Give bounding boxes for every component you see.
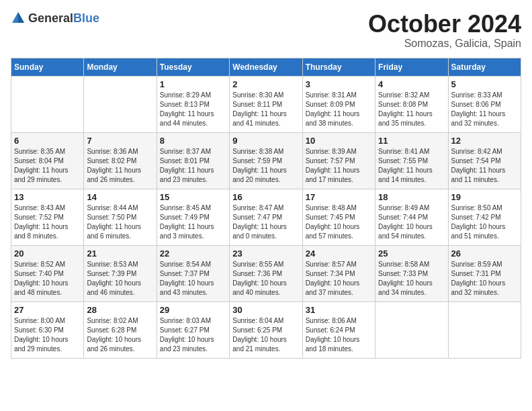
day-number: 11 xyxy=(378,136,445,146)
day-info: Sunrise: 8:45 AMSunset: 7:49 PMDaylight:… xyxy=(160,203,226,241)
day-number: 25 xyxy=(378,248,445,259)
day-number: 16 xyxy=(232,192,299,202)
day-info: Sunrise: 8:55 AMSunset: 7:36 PMDaylight:… xyxy=(232,260,299,298)
day-number: 23 xyxy=(232,248,299,259)
header-wednesday: Wednesday xyxy=(230,58,302,76)
calendar-cell: 4Sunrise: 8:32 AMSunset: 8:08 PMDaylight… xyxy=(375,76,448,132)
logo-text-blue: Blue xyxy=(73,11,99,25)
calendar-cell: 29Sunrise: 8:03 AMSunset: 6:27 PMDayligh… xyxy=(157,302,229,358)
day-number: 21 xyxy=(87,248,153,259)
calendar-cell: 5Sunrise: 8:33 AMSunset: 8:06 PMDaylight… xyxy=(448,76,521,132)
calendar-cell: 6Sunrise: 8:35 AMSunset: 8:04 PMDaylight… xyxy=(11,132,84,189)
day-info: Sunrise: 8:33 AMSunset: 8:06 PMDaylight:… xyxy=(451,91,518,128)
calendar-cell: 19Sunrise: 8:50 AMSunset: 7:42 PMDayligh… xyxy=(448,189,521,245)
header-tuesday: Tuesday xyxy=(157,58,229,76)
calendar-cell: 13Sunrise: 8:43 AMSunset: 7:52 PMDayligh… xyxy=(11,189,84,245)
day-number: 2 xyxy=(232,79,299,89)
calendar-cell: 21Sunrise: 8:53 AMSunset: 7:39 PMDayligh… xyxy=(84,245,157,302)
day-info: Sunrise: 8:37 AMSunset: 8:01 PMDaylight:… xyxy=(160,147,226,185)
header-sunday: Sunday xyxy=(11,58,84,76)
calendar-cell: 30Sunrise: 8:04 AMSunset: 6:25 PMDayligh… xyxy=(230,302,302,358)
day-info: Sunrise: 8:35 AMSunset: 8:04 PMDaylight:… xyxy=(14,147,81,185)
day-info: Sunrise: 8:54 AMSunset: 7:37 PMDaylight:… xyxy=(160,260,226,298)
calendar-cell: 8Sunrise: 8:37 AMSunset: 8:01 PMDaylight… xyxy=(157,132,229,189)
day-info: Sunrise: 8:53 AMSunset: 7:39 PMDaylight:… xyxy=(87,260,153,298)
day-info: Sunrise: 8:43 AMSunset: 7:52 PMDaylight:… xyxy=(14,203,81,241)
day-info: Sunrise: 8:36 AMSunset: 8:02 PMDaylight:… xyxy=(87,147,153,185)
calendar-cell: 20Sunrise: 8:52 AMSunset: 7:40 PMDayligh… xyxy=(11,245,84,302)
calendar-cell: 10Sunrise: 8:39 AMSunset: 7:57 PMDayligh… xyxy=(302,132,375,189)
day-number: 29 xyxy=(160,305,226,315)
day-number: 4 xyxy=(378,79,445,89)
day-info: Sunrise: 8:32 AMSunset: 8:08 PMDaylight:… xyxy=(378,91,445,128)
calendar-cell: 24Sunrise: 8:57 AMSunset: 7:34 PMDayligh… xyxy=(302,245,375,302)
day-info: Sunrise: 8:59 AMSunset: 7:31 PMDaylight:… xyxy=(451,260,518,298)
logo-text-general: General xyxy=(28,11,73,25)
day-number: 7 xyxy=(87,136,153,146)
calendar-header-row: SundayMondayTuesdayWednesdayThursdayFrid… xyxy=(11,58,521,76)
day-info: Sunrise: 8:52 AMSunset: 7:40 PMDaylight:… xyxy=(14,260,81,298)
day-number: 26 xyxy=(451,248,518,259)
calendar-cell: 9Sunrise: 8:38 AMSunset: 7:59 PMDaylight… xyxy=(230,132,302,189)
day-number: 18 xyxy=(378,192,445,202)
header-monday: Monday xyxy=(84,58,157,76)
day-number: 14 xyxy=(87,192,153,202)
calendar-cell xyxy=(11,76,84,132)
calendar-week-row: 13Sunrise: 8:43 AMSunset: 7:52 PMDayligh… xyxy=(11,189,521,245)
header-saturday: Saturday xyxy=(448,58,521,76)
day-number: 27 xyxy=(14,305,81,315)
day-info: Sunrise: 8:50 AMSunset: 7:42 PMDaylight:… xyxy=(451,203,518,241)
calendar-cell: 1Sunrise: 8:29 AMSunset: 8:13 PMDaylight… xyxy=(157,76,229,132)
page-header: GeneralBlue October 2024 Somozas, Galici… xyxy=(11,11,521,50)
calendar-week-row: 20Sunrise: 8:52 AMSunset: 7:40 PMDayligh… xyxy=(11,245,521,302)
svg-marker-1 xyxy=(18,12,24,23)
day-info: Sunrise: 8:47 AMSunset: 7:47 PMDaylight:… xyxy=(232,203,299,241)
day-number: 10 xyxy=(306,136,372,146)
day-info: Sunrise: 8:30 AMSunset: 8:11 PMDaylight:… xyxy=(232,91,299,128)
calendar-cell: 18Sunrise: 8:49 AMSunset: 7:44 PMDayligh… xyxy=(375,189,448,245)
day-number: 20 xyxy=(14,248,81,259)
day-number: 9 xyxy=(232,136,299,146)
calendar-cell: 26Sunrise: 8:59 AMSunset: 7:31 PMDayligh… xyxy=(448,245,521,302)
day-info: Sunrise: 8:49 AMSunset: 7:44 PMDaylight:… xyxy=(378,203,445,241)
calendar-cell: 23Sunrise: 8:55 AMSunset: 7:36 PMDayligh… xyxy=(230,245,302,302)
day-info: Sunrise: 8:38 AMSunset: 7:59 PMDaylight:… xyxy=(232,147,299,185)
calendar-cell: 3Sunrise: 8:31 AMSunset: 8:09 PMDaylight… xyxy=(302,76,375,132)
calendar-week-row: 27Sunrise: 8:00 AMSunset: 6:30 PMDayligh… xyxy=(11,302,521,358)
logo: GeneralBlue xyxy=(11,11,99,26)
calendar-cell: 12Sunrise: 8:42 AMSunset: 7:54 PMDayligh… xyxy=(448,132,521,189)
day-number: 28 xyxy=(87,305,153,315)
calendar-cell: 22Sunrise: 8:54 AMSunset: 7:37 PMDayligh… xyxy=(157,245,229,302)
day-info: Sunrise: 8:31 AMSunset: 8:09 PMDaylight:… xyxy=(306,91,372,128)
month-title: October 2024 xyxy=(368,11,521,38)
calendar-cell: 16Sunrise: 8:47 AMSunset: 7:47 PMDayligh… xyxy=(230,189,302,245)
day-info: Sunrise: 8:00 AMSunset: 6:30 PMDaylight:… xyxy=(14,316,81,354)
logo-icon xyxy=(11,11,26,26)
calendar-cell: 28Sunrise: 8:02 AMSunset: 6:28 PMDayligh… xyxy=(84,302,157,358)
day-info: Sunrise: 8:06 AMSunset: 6:24 PMDaylight:… xyxy=(306,316,372,354)
day-info: Sunrise: 8:04 AMSunset: 6:25 PMDaylight:… xyxy=(232,316,299,354)
day-info: Sunrise: 8:44 AMSunset: 7:50 PMDaylight:… xyxy=(87,203,153,241)
day-number: 12 xyxy=(451,136,518,146)
day-info: Sunrise: 8:57 AMSunset: 7:34 PMDaylight:… xyxy=(306,260,372,298)
day-number: 6 xyxy=(14,136,81,146)
calendar-week-row: 6Sunrise: 8:35 AMSunset: 8:04 PMDaylight… xyxy=(11,132,521,189)
day-info: Sunrise: 8:29 AMSunset: 8:13 PMDaylight:… xyxy=(160,91,226,128)
calendar-cell xyxy=(84,76,157,132)
calendar-cell: 31Sunrise: 8:06 AMSunset: 6:24 PMDayligh… xyxy=(302,302,375,358)
day-number: 3 xyxy=(306,79,372,89)
calendar-cell: 11Sunrise: 8:41 AMSunset: 7:55 PMDayligh… xyxy=(375,132,448,189)
calendar-table: SundayMondayTuesdayWednesdayThursdayFrid… xyxy=(11,58,521,359)
day-info: Sunrise: 8:58 AMSunset: 7:33 PMDaylight:… xyxy=(378,260,445,298)
day-number: 13 xyxy=(14,192,81,202)
calendar-cell: 15Sunrise: 8:45 AMSunset: 7:49 PMDayligh… xyxy=(157,189,229,245)
calendar-cell xyxy=(448,302,521,358)
header-friday: Friday xyxy=(375,58,448,76)
calendar-cell: 2Sunrise: 8:30 AMSunset: 8:11 PMDaylight… xyxy=(230,76,302,132)
day-info: Sunrise: 8:42 AMSunset: 7:54 PMDaylight:… xyxy=(451,147,518,185)
day-number: 8 xyxy=(160,136,226,146)
day-info: Sunrise: 8:03 AMSunset: 6:27 PMDaylight:… xyxy=(160,316,226,354)
day-info: Sunrise: 8:48 AMSunset: 7:45 PMDaylight:… xyxy=(306,203,372,241)
day-info: Sunrise: 8:41 AMSunset: 7:55 PMDaylight:… xyxy=(378,147,445,185)
calendar-week-row: 1Sunrise: 8:29 AMSunset: 8:13 PMDaylight… xyxy=(11,76,521,132)
